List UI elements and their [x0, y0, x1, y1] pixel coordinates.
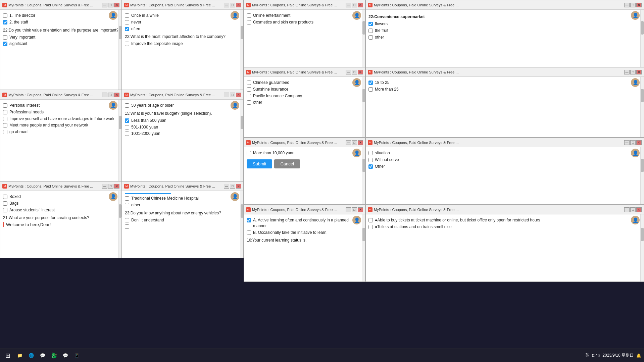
minimize-button[interactable]: — — [224, 184, 229, 189]
checkbox-input[interactable] — [125, 203, 129, 207]
checkbox-input[interactable] — [247, 20, 251, 24]
checkbox-input[interactable] — [125, 118, 129, 123]
checkbox-input[interactable] — [125, 196, 129, 201]
checkbox-input[interactable] — [125, 20, 129, 24]
scrollbar-thumb[interactable] — [362, 21, 365, 35]
scrollbar-thumb[interactable] — [641, 21, 644, 35]
checkbox-input[interactable] — [125, 27, 129, 31]
close-button[interactable]: ✕ — [636, 70, 642, 74]
start-button[interactable]: ⊞ — [3, 351, 13, 361]
scrollbar[interactable] — [362, 147, 365, 204]
taskbar-notifications[interactable]: 🔔 — [636, 353, 641, 358]
close-button[interactable]: ✕ — [236, 93, 241, 97]
taskbar-social1[interactable]: 🐉 — [49, 351, 59, 361]
checkbox-input[interactable] — [247, 100, 251, 105]
maximize-button[interactable]: □ — [630, 70, 636, 74]
minimize-button[interactable]: — — [346, 3, 351, 7]
checkbox-input[interactable] — [368, 158, 373, 162]
scrollbar-thumb[interactable] — [362, 228, 365, 241]
close-button[interactable]: ✕ — [636, 3, 642, 7]
scrollbar[interactable] — [362, 10, 365, 67]
checkbox-input[interactable] — [368, 22, 373, 26]
checkbox-input[interactable] — [3, 123, 7, 127]
minimize-button[interactable]: — — [346, 140, 351, 145]
checkbox-input[interactable] — [125, 103, 129, 108]
scrollbar[interactable] — [118, 100, 121, 181]
minimize-button[interactable]: — — [102, 184, 107, 189]
maximize-button[interactable]: □ — [630, 207, 636, 212]
maximize-button[interactable]: □ — [230, 184, 235, 189]
scrollbar[interactable] — [640, 10, 644, 67]
checkbox-input[interactable] — [247, 81, 251, 85]
checkbox-input[interactable] — [3, 117, 7, 121]
scrollbar-thumb[interactable] — [119, 26, 121, 39]
scrollbar-thumb[interactable] — [119, 204, 121, 218]
checkbox-input[interactable] — [3, 208, 7, 212]
close-button[interactable]: ✕ — [358, 140, 363, 145]
checkbox-input[interactable] — [368, 35, 373, 40]
checkbox-input[interactable] — [125, 13, 129, 18]
close-button[interactable]: ✕ — [114, 3, 119, 7]
minimize-button[interactable]: — — [346, 207, 351, 212]
maximize-button[interactable]: □ — [230, 93, 235, 97]
scrollbar[interactable] — [240, 191, 243, 258]
maximize-button[interactable]: □ — [108, 3, 113, 7]
minimize-button[interactable]: — — [624, 207, 630, 212]
checkbox-input[interactable] — [368, 225, 373, 229]
checkbox-input[interactable] — [368, 164, 373, 169]
taskbar-chat[interactable]: 💬 — [38, 351, 48, 361]
minimize-button[interactable]: — — [102, 3, 107, 7]
minimize-button[interactable]: — — [224, 3, 229, 7]
taskbar-social2[interactable]: 💬 — [60, 351, 70, 361]
close-button[interactable]: ✕ — [236, 3, 241, 7]
minimize-button[interactable]: — — [624, 140, 630, 145]
close-button[interactable]: ✕ — [236, 184, 241, 189]
scrollbar-thumb[interactable] — [241, 116, 243, 129]
cancel-button[interactable]: Cancel — [274, 159, 300, 168]
checkbox-input[interactable] — [3, 42, 7, 46]
checkbox-input[interactable] — [3, 35, 7, 40]
maximize-button[interactable]: □ — [108, 93, 113, 97]
scrollbar-thumb[interactable] — [641, 89, 644, 102]
checkbox-input[interactable] — [368, 151, 373, 155]
checkbox-input[interactable] — [3, 195, 7, 199]
checkbox-input[interactable] — [368, 87, 373, 92]
maximize-button[interactable]: □ — [230, 3, 235, 7]
minimize-button[interactable]: — — [624, 70, 630, 74]
checkbox-input[interactable] — [125, 132, 129, 136]
checkbox-input[interactable] — [247, 94, 251, 98]
scrollbar-thumb[interactable] — [641, 159, 644, 172]
checkbox-input[interactable] — [125, 224, 129, 229]
taskbar-social3[interactable]: 📱 — [72, 351, 82, 361]
close-button[interactable]: ✕ — [358, 3, 363, 7]
checkbox-input[interactable] — [3, 201, 7, 206]
scrollbar-thumb[interactable] — [641, 228, 644, 241]
taskbar-file-explorer[interactable]: 📁 — [15, 351, 25, 361]
maximize-button[interactable]: □ — [352, 140, 357, 145]
scrollbar[interactable] — [118, 10, 121, 90]
checkbox-input[interactable] — [3, 13, 7, 18]
checkbox-input[interactable] — [247, 230, 251, 235]
minimize-button[interactable]: — — [224, 93, 229, 97]
checkbox-input[interactable] — [247, 87, 251, 92]
maximize-button[interactable]: □ — [630, 3, 636, 7]
scrollbar-thumb[interactable] — [241, 204, 243, 218]
scrollbar[interactable] — [240, 10, 243, 90]
checkbox-input[interactable] — [3, 103, 7, 108]
close-button[interactable]: ✕ — [114, 93, 119, 97]
checkbox-input[interactable] — [247, 218, 251, 222]
maximize-button[interactable]: □ — [352, 207, 357, 212]
checkbox-input[interactable] — [125, 125, 129, 130]
scrollbar[interactable] — [118, 191, 121, 258]
checkbox-input[interactable] — [368, 218, 373, 222]
checkbox-input[interactable] — [3, 130, 7, 134]
maximize-button[interactable]: □ — [630, 140, 636, 145]
checkbox-input[interactable] — [247, 13, 251, 18]
scrollbar[interactable] — [640, 77, 644, 137]
scrollbar[interactable] — [362, 214, 365, 281]
checkbox-input[interactable] — [368, 81, 373, 85]
minimize-button[interactable]: — — [624, 3, 630, 7]
close-button[interactable]: ✕ — [358, 207, 363, 212]
minimize-button[interactable]: — — [346, 70, 351, 74]
close-button[interactable]: ✕ — [114, 184, 119, 189]
